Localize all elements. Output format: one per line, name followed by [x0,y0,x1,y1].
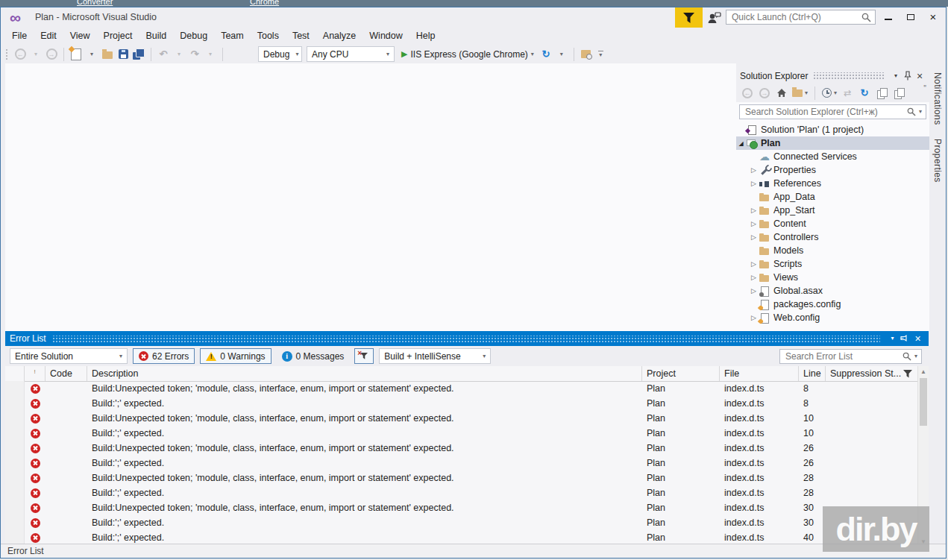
auto-hide-tab[interactable]: Notifications [932,72,943,125]
sync-with-active-document-button[interactable]: ⇄ [841,85,854,101]
tree-item[interactable]: App_Data [736,190,929,204]
tree-item-project[interactable]: Plan [736,136,929,150]
se-refresh-button[interactable]: ↻ [858,85,871,101]
menu-item[interactable]: Edit [34,31,63,41]
panel-menu-dropdown[interactable]: ▾ [886,333,899,345]
tree-item[interactable]: Properties [736,163,929,177]
close-panel-button[interactable]: × [914,70,926,82]
close-button[interactable]: × [922,9,944,25]
solution-explorer-header[interactable]: Solution Explorer ▾ × [736,68,929,84]
navigate-back-dropdown[interactable]: ▾ [29,46,43,63]
maximize-button[interactable] [900,9,922,25]
tree-expand-arrow[interactable] [749,166,759,174]
error-list-search-box[interactable]: ▾ [779,349,922,364]
project-column-header[interactable]: Project [642,366,720,381]
tree-expand-arrow[interactable] [749,207,759,214]
error-row[interactable]: Build:Unexpected token; 'module, class, … [5,381,917,396]
save-all-button[interactable] [132,46,145,63]
severity-column-header[interactable]: ! [25,366,45,381]
new-project-dropdown[interactable]: ▾ [85,46,98,63]
tree-item-solution[interactable]: Solution 'Plan' (1 project) [736,123,929,136]
tree-item[interactable]: Models [736,244,929,257]
error-row[interactable]: Build:';' expected. Plan index.d.ts 30 [5,515,917,530]
panel-menu-dropdown[interactable]: ▾ [890,70,902,82]
tree-item[interactable]: Web.config [736,311,929,324]
error-list-search-input[interactable] [784,350,903,362]
error-list-tab[interactable]: Error List [7,546,44,556]
collapse-all-button[interactable] [892,85,905,101]
column-filter-button[interactable] [903,370,912,378]
tree-item[interactable]: App_Start [736,204,929,217]
menu-item[interactable]: Debug [173,31,214,41]
toolbar-overflow-button[interactable]: '' [923,84,926,92]
menu-item[interactable]: Help [409,31,442,41]
minimize-button[interactable] [877,9,900,25]
clear-filters-button[interactable]: × [354,348,374,364]
toolbar-overflow-button[interactable]: ▾ [598,51,603,58]
error-row[interactable]: Build:';' expected. Plan index.d.ts 10 [5,426,917,441]
tree-item[interactable]: Connected Services [736,150,929,163]
line-column-header[interactable]: Line [799,366,826,381]
error-row[interactable]: Build:Unexpected token; 'module, class, … [5,500,917,515]
tree-expand-arrow[interactable] [749,287,759,295]
pending-changes-filter-button[interactable]: ▾ [822,85,837,101]
close-panel-button[interactable]: × [911,333,924,345]
save-button[interactable] [116,46,130,63]
scope-dropdown[interactable]: Entire Solution ▾ [10,348,128,364]
solution-configuration-dropdown[interactable]: Debug ▾ [258,46,302,62]
menu-item[interactable]: Analyze [316,31,362,41]
navigate-forward-button[interactable]: → [45,46,58,63]
error-row[interactable]: Build:Unexpected token; 'module, class, … [5,411,917,426]
tree-expand-arrow[interactable] [749,314,759,321]
solution-explorer-search-input[interactable] [744,106,907,118]
pin-button[interactable] [902,70,914,82]
redo-dropdown[interactable]: ▾ [204,46,217,63]
tree-item[interactable]: Content [736,217,929,230]
feedback-icon[interactable] [707,11,722,25]
errors-filter-button[interactable]: 62 Errors [133,348,195,364]
tree-item[interactable]: Views [736,271,929,284]
error-row[interactable]: Build:';' expected. Plan index.d.ts 26 [5,456,917,471]
open-file-button[interactable] [101,46,114,63]
solution-platform-dropdown[interactable]: Any CPU ▾ [307,46,395,62]
warnings-filter-button[interactable]: 0 Warnings [200,348,271,364]
suppression-column-header[interactable]: Suppression St... [826,366,929,381]
menu-item[interactable]: Tools [251,31,286,41]
toolbar-drag-handle[interactable] [5,48,8,60]
undo-button[interactable]: ↶ [157,46,170,63]
screenshot-filter-button[interactable] [675,7,703,28]
menu-item[interactable]: Build [139,31,173,41]
menu-item[interactable]: File [5,31,34,41]
menu-item[interactable]: Window [362,31,409,41]
menu-item[interactable]: View [63,31,97,41]
auto-hide-tab[interactable]: Properties [932,139,943,183]
error-row[interactable]: Build:Unexpected token; 'module, class, … [5,471,917,485]
new-project-button[interactable] [69,46,83,63]
description-column-header[interactable]: Description [87,366,642,381]
show-all-files-button[interactable] [875,85,888,101]
tree-expand-arrow[interactable] [749,180,759,187]
tree-expand-arrow[interactable] [749,220,759,227]
start-debug-button[interactable]: ▶ IIS Express (Google Chrome) ▾ [401,46,534,63]
error-source-dropdown[interactable]: Build + IntelliSense ▾ [379,348,491,364]
tree-collapse-arrow[interactable] [736,139,746,147]
se-forward-button[interactable]: → [758,85,771,101]
quick-launch-box[interactable] [726,10,876,25]
error-row[interactable]: Build:';' expected. Plan index.d.ts 8 [5,396,917,411]
tree-expand-arrow[interactable] [749,260,759,268]
home-button[interactable] [775,85,788,101]
solution-explorer-search-box[interactable]: ▾ [739,104,926,119]
file-column-header[interactable]: File [720,366,799,381]
tree-item[interactable]: packages.config [736,298,929,311]
messages-filter-button[interactable]: 0 Messages [277,348,350,364]
pin-button[interactable] [899,333,911,345]
refresh-button[interactable]: ↻ [539,46,553,63]
tree-item[interactable]: References [736,177,929,190]
scrollbar-thumb[interactable] [920,378,927,426]
se-back-button[interactable]: ← [741,85,754,101]
quick-launch-input[interactable] [730,11,861,23]
error-row[interactable]: Build:Unexpected token; 'module, class, … [5,441,917,456]
code-column-header[interactable]: Code [45,366,87,381]
redo-button[interactable]: ↷ [188,46,201,63]
switch-views-button[interactable]: ▾ [792,85,808,101]
